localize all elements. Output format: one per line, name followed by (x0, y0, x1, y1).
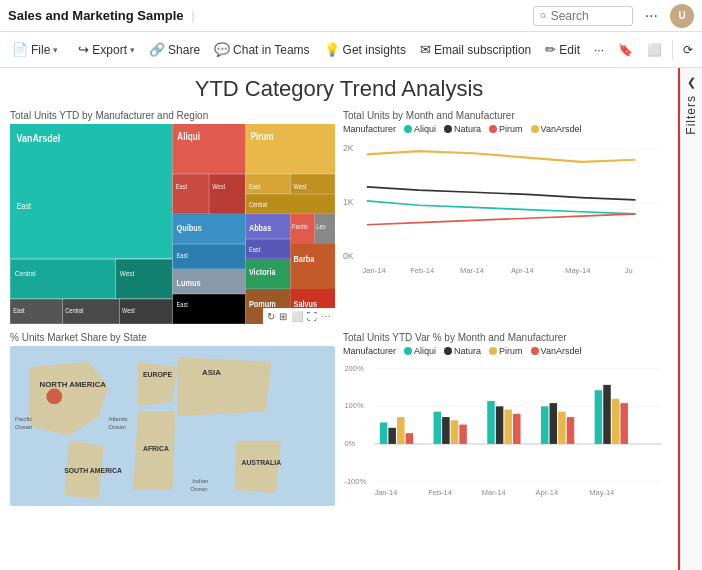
svg-rect-19 (173, 174, 210, 214)
svg-text:Central: Central (249, 200, 267, 208)
export-button[interactable]: ↪ Export ▾ (72, 39, 141, 60)
svg-text:East: East (13, 306, 25, 314)
file-chevron: ▾ (53, 45, 58, 55)
filters-panel[interactable]: ❮ Filters (678, 68, 702, 570)
svg-text:East: East (177, 251, 189, 259)
bar-legend-vanarsdel: VanArsdel (531, 346, 582, 356)
svg-text:AFRICA: AFRICA (143, 445, 169, 452)
file-label: File (31, 43, 50, 57)
search-icon (540, 10, 547, 22)
svg-text:Aliqui: Aliqui (177, 131, 200, 142)
bar-chart-legend: Manufacturer Aliqui Natura Pirum VanArsd… (343, 346, 668, 356)
insights-icon: 💡 (324, 42, 340, 57)
insights-label: Get insights (343, 43, 406, 57)
svg-rect-107 (550, 403, 558, 444)
svg-text:East: East (17, 201, 32, 211)
svg-text:Ocean: Ocean (190, 486, 207, 492)
get-insights-button[interactable]: 💡 Get insights (318, 39, 412, 60)
search-input[interactable] (551, 9, 626, 23)
svg-point-72 (46, 389, 62, 405)
export-chevron: ▾ (130, 45, 135, 55)
svg-text:Apr-14: Apr-14 (536, 488, 559, 497)
svg-text:2K: 2K (343, 143, 354, 153)
map-label: % Units Market Share by State (10, 332, 335, 343)
map-chart[interactable]: NORTH AMERICA EUROPE ASIA AFRICA SOUTH A… (10, 346, 335, 506)
treemap-more-icon[interactable]: ⋯ (321, 311, 331, 322)
bar-legend-natura: Natura (444, 346, 481, 356)
svg-text:Lumus: Lumus (177, 278, 201, 288)
chat-in-teams-button[interactable]: 💬 Chat in Teams (208, 39, 315, 60)
line-chart-section: Total Units by Month and Manufacturer Ma… (343, 110, 668, 324)
svg-text:Apr-14: Apr-14 (511, 267, 534, 276)
svg-point-0 (541, 13, 545, 17)
svg-rect-109 (567, 417, 575, 444)
svg-rect-112 (612, 399, 620, 444)
treemap-grid-icon[interactable]: ⊞ (279, 311, 287, 322)
svg-text:Pacific: Pacific (15, 416, 32, 422)
svg-text:Jan-14: Jan-14 (374, 488, 397, 497)
svg-text:Pirum: Pirum (251, 131, 274, 142)
edit-button[interactable]: ✏ Edit (539, 39, 586, 60)
svg-text:-100%: -100% (344, 477, 366, 486)
email-subscription-button[interactable]: ✉ Email subscription (414, 39, 537, 60)
bar-chart-section: Total Units YTD Var % by Month and Manuf… (343, 332, 668, 508)
svg-rect-105 (513, 414, 521, 444)
refresh-button[interactable]: ⟳ (677, 40, 699, 60)
svg-text:Jan-14: Jan-14 (363, 267, 386, 276)
treemap-chart[interactable]: VanArsdel East Central West Natura East (10, 124, 335, 324)
svg-rect-98 (434, 412, 442, 444)
svg-rect-101 (459, 425, 467, 444)
toolbar-more-button[interactable]: ··· (588, 40, 610, 60)
svg-text:Mar-14: Mar-14 (460, 267, 484, 276)
bar-legend-pirum: Pirum (489, 346, 523, 356)
user-avatar[interactable]: U (670, 4, 694, 28)
svg-rect-96 (397, 417, 405, 444)
svg-text:NORTH AMERICA: NORTH AMERICA (40, 380, 107, 389)
svg-rect-45 (173, 294, 246, 324)
svg-text:Farriie: Farriie (292, 222, 308, 230)
report-title: YTD Category Trend Analysis (10, 76, 668, 102)
treemap-expand-icon[interactable]: ⛶ (307, 311, 317, 322)
legend-natura: Natura (444, 124, 481, 134)
svg-text:West: West (120, 268, 135, 278)
legend-vanarsdel: VanArsdel (531, 124, 582, 134)
toolbar-more-icon: ··· (594, 43, 604, 57)
edit-icon: ✏ (545, 42, 556, 57)
bookmark-button[interactable]: 🔖 (612, 40, 639, 60)
svg-text:East: East (249, 245, 261, 253)
svg-rect-108 (558, 412, 566, 444)
share-button[interactable]: 🔗 Share (143, 39, 206, 60)
line-chart[interactable]: 2K 1K 0K (343, 136, 668, 296)
svg-text:VanArsdel: VanArsdel (17, 132, 61, 144)
svg-rect-106 (541, 406, 549, 444)
treemap-layout-icon[interactable]: ⬜ (291, 311, 303, 322)
toolbar: 📄 File ▾ ↪ Export ▾ 🔗 Share 💬 Chat in Te… (0, 32, 702, 68)
line-chart-svg: 2K 1K 0K (343, 136, 668, 281)
email-icon: ✉ (420, 42, 431, 57)
teams-icon: 💬 (214, 42, 230, 57)
svg-text:East: East (177, 300, 189, 308)
svg-text:Leo: Leo (316, 222, 326, 230)
treemap-refresh-icon[interactable]: ↻ (267, 311, 275, 322)
layout-button[interactable]: ⬜ (641, 40, 668, 60)
svg-text:Ju: Ju (625, 267, 633, 276)
map-svg: NORTH AMERICA EUROPE ASIA AFRICA SOUTH A… (10, 346, 335, 506)
svg-rect-104 (504, 410, 512, 444)
svg-text:100%: 100% (344, 401, 364, 410)
svg-text:Ocean: Ocean (108, 424, 125, 430)
legend-aliqui: Aliqui (404, 124, 436, 134)
file-button[interactable]: 📄 File ▾ (6, 39, 64, 60)
svg-text:AUSTRALIA: AUSTRALIA (241, 459, 281, 466)
svg-rect-110 (595, 390, 603, 444)
svg-rect-95 (388, 428, 396, 444)
title-bar: Sales and Marketing Sample | ··· U (0, 0, 702, 32)
search-box[interactable] (533, 6, 633, 26)
svg-text:Central: Central (65, 306, 83, 314)
svg-text:Central: Central (15, 268, 36, 278)
email-label: Email subscription (434, 43, 531, 57)
more-options-button[interactable]: ··· (641, 7, 662, 25)
bar-chart[interactable]: 200% 100% 0% -100% (343, 358, 668, 508)
svg-text:Atlantic: Atlantic (108, 416, 127, 422)
svg-text:Feb-14: Feb-14 (410, 267, 434, 276)
svg-text:Victoria: Victoria (249, 267, 276, 277)
